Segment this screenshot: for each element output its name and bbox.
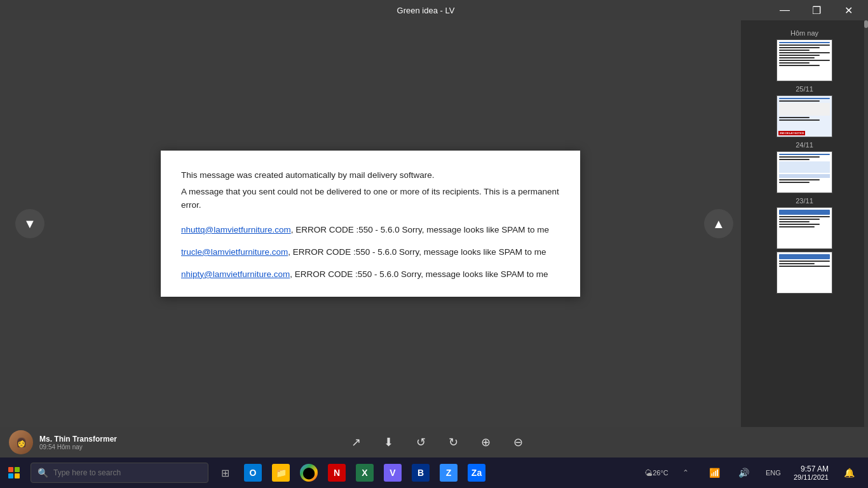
zoom-in-icon: ⊕: [481, 436, 491, 449]
nitro-icon: N: [328, 464, 346, 482]
thumb-line: [779, 263, 815, 264]
sidebar-thumb-2311b[interactable]: [776, 252, 832, 294]
user-details: Ms. Thin Transformer 09:54 Hôm nay: [39, 435, 125, 451]
sidebar-thumb-2511-content: [777, 96, 832, 124]
email-error-3: , ERROR CODE :550 - 5.6.0 Sorry, message…: [290, 269, 548, 279]
sidebar-thumb-2411-content: [777, 152, 832, 186]
zoom-out-icon: ⊖: [513, 436, 523, 449]
thumb-line: [779, 47, 820, 48]
weather-icon: 🌤: [644, 468, 653, 478]
notification-bell-button[interactable]: 🔔: [835, 458, 863, 488]
delay-badge: 2nd DELAY NOTICE: [778, 131, 805, 135]
bottom-toolbar: 👩 Ms. Thin Transformer 09:54 Hôm nay ↗ ⬇…: [0, 427, 868, 458]
user-name: Ms. Thin Transformer: [39, 435, 125, 444]
sidebar-thumb-2311b-content: [777, 252, 832, 270]
viber-icon: V: [384, 464, 402, 482]
sidebar-scrollbar[interactable]: [864, 20, 868, 427]
search-icon: 🔍: [37, 468, 48, 478]
thumb-line: [779, 60, 830, 61]
file-explorer-icon: 📁: [272, 464, 290, 482]
viber-button[interactable]: V: [379, 458, 407, 488]
window-controls: — ❐ ✕: [770, 0, 863, 20]
sidebar-date-2411: 24/11: [749, 141, 860, 149]
undo-button[interactable]: ↺: [411, 434, 431, 451]
outlook-icon: O: [244, 464, 262, 482]
language-label: ENG: [766, 469, 781, 477]
user-info: 👩 Ms. Thin Transformer 09:54 Hôm nay: [0, 430, 133, 454]
thumb-line: [779, 98, 830, 99]
start-button[interactable]: [0, 458, 28, 488]
taskbar-search[interactable]: 🔍: [31, 463, 208, 483]
network-icon-btn[interactable]: 🌤 26°C: [642, 458, 670, 488]
scroll-up-button[interactable]: ▲: [704, 209, 733, 238]
zalo-button[interactable]: Za: [463, 458, 491, 488]
thumb-line: [779, 55, 820, 56]
clock-date: 29/11/2021: [794, 473, 829, 481]
thumb-line: [779, 219, 820, 220]
thumb-line: [779, 100, 820, 102]
sidebar-thumb-today[interactable]: [776, 39, 832, 81]
bns-button[interactable]: B: [407, 458, 435, 488]
sidebar-thumb-2511[interactable]: 2nd DELAY NOTICE: [776, 95, 832, 137]
window-title: Green idea - LV: [81, 6, 770, 15]
sidebar-content: Hôm nay: [741, 20, 868, 301]
email-link-3[interactable]: nhipty@lamvietfurniture.com: [181, 269, 290, 279]
sidebar-thumb-2311[interactable]: [776, 207, 832, 249]
download-button[interactable]: ⬇: [379, 434, 398, 451]
view-area: ▼ ▲ This message was created automatical…: [0, 20, 868, 427]
share-button[interactable]: ↗: [346, 434, 366, 451]
sidebar-thumb-wrapper-2411: [749, 151, 860, 193]
zoom-button[interactable]: Z: [435, 458, 463, 488]
sidebar-thumb-wrapper-2511: 2nd DELAY NOTICE: [749, 95, 860, 137]
sound-icon-btn[interactable]: 🔊: [730, 458, 758, 488]
avatar: 👩: [9, 430, 33, 454]
close-button[interactable]: ✕: [834, 0, 863, 20]
thumb-line: [779, 179, 820, 180]
email-link-1[interactable]: nhuttq@lamvietfurniture.com: [181, 225, 291, 234]
zalo-icon: Za: [468, 464, 485, 482]
clock-area[interactable]: 9:57 AM 29/11/2021: [789, 464, 834, 481]
system-tray: 🌤 26°C ⌃ 📶 🔊 ENG 9:57 AM 29/11/2021 🔔: [642, 458, 868, 488]
wifi-icon: 📶: [709, 468, 720, 478]
thumb-line: [779, 52, 830, 53]
scroll-down-button[interactable]: ▼: [15, 209, 44, 238]
thumb-line: [779, 266, 830, 267]
thumb-header-bar: [779, 254, 830, 259]
language-button[interactable]: ENG: [759, 458, 787, 488]
nitro-button[interactable]: N: [323, 458, 351, 488]
chrome-button[interactable]: ⬤: [295, 458, 323, 488]
redo-icon: ↻: [449, 436, 458, 449]
email-link-2[interactable]: trucle@lamvietfurniture.com: [181, 247, 288, 257]
notification-icon-btn[interactable]: ⌃: [672, 458, 700, 488]
sidebar-thumb-2311-content: [777, 208, 832, 231]
file-explorer-button[interactable]: 📁: [267, 458, 295, 488]
zoom-in-button[interactable]: ⊕: [476, 434, 496, 451]
task-view-icon: ⊞: [221, 467, 229, 479]
redo-button[interactable]: ↻: [444, 434, 463, 451]
email-auto-line1: This message was created automatically b…: [181, 168, 560, 182]
thumb-line: [779, 226, 815, 227]
restore-button[interactable]: ❐: [802, 0, 831, 20]
thumb-line: [779, 156, 820, 158]
excel-icon: X: [356, 464, 374, 482]
center-view: ▼ ▲ This message was created automatical…: [0, 20, 741, 427]
thumb-line: [779, 65, 820, 66]
email-auto-line2: A message that you sent could not be del…: [181, 185, 560, 212]
minimize-button[interactable]: —: [770, 0, 799, 20]
weather-temp: 26°C: [653, 469, 668, 477]
bns-icon: B: [412, 464, 430, 482]
wifi-icon-btn[interactable]: 📶: [701, 458, 729, 488]
email-error-1: , ERROR CODE :550 - 5.6.0 Sorry, message…: [291, 225, 549, 234]
excel-button[interactable]: X: [351, 458, 379, 488]
search-input[interactable]: [53, 468, 201, 477]
sidebar-thumb-today-content: [777, 40, 832, 69]
outlook-button[interactable]: O: [239, 458, 267, 488]
thumb-line: [779, 154, 830, 155]
sidebar-thumb-2411[interactable]: [776, 151, 832, 193]
title-bar: Green idea - LV — ❐ ✕: [0, 0, 868, 20]
task-view-button[interactable]: ⊞: [211, 458, 239, 488]
taskbar: 🔍 ⊞ O 📁 ⬤ N X V B Z: [0, 458, 868, 488]
zoom-out-button[interactable]: ⊖: [508, 434, 528, 451]
chevron-down-icon: ▼: [24, 217, 36, 231]
sidebar-scrollbar-thumb: [864, 20, 868, 28]
